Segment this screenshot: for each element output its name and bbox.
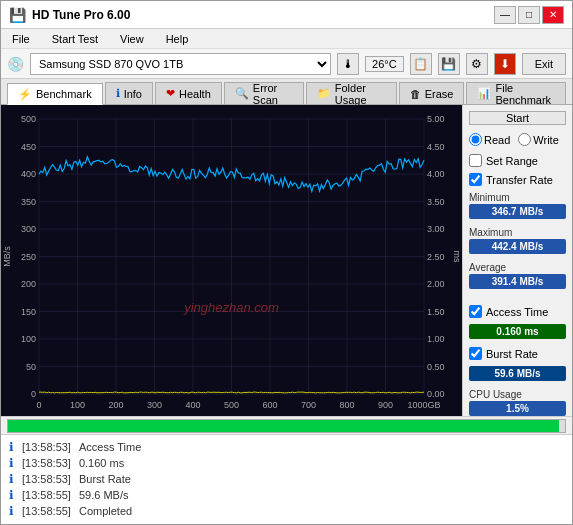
main-content: Start Read Write Set Range Transfer Rate <box>1 105 572 416</box>
burst-rate-row: Burst Rate <box>469 347 566 360</box>
toolbar-icon-4[interactable]: ⚙ <box>466 53 488 75</box>
read-radio-label[interactable]: Read <box>469 133 510 146</box>
tab-file-benchmark-icon: 📊 <box>477 87 491 100</box>
toolbar: 💿 Samsung SSD 870 QVO 1TB 🌡 26°C 📋 💾 ⚙ ⬇… <box>1 49 572 79</box>
toolbar-icon-3[interactable]: 💾 <box>438 53 460 75</box>
log-entry: ℹ [13:58:53] Access Time <box>9 439 564 455</box>
burst-rate-label: Burst Rate <box>486 348 538 360</box>
tab-benchmark-label: Benchmark <box>36 88 92 100</box>
toolbar-icon-1[interactable]: 🌡 <box>337 53 359 75</box>
average-section: Average 391.4 MB/s <box>469 262 566 289</box>
transfer-rate-row: Transfer Rate <box>469 173 566 186</box>
write-radio-label[interactable]: Write <box>518 133 558 146</box>
log-icon: ℹ <box>9 455 14 471</box>
progress-bar-inner <box>8 420 559 432</box>
tab-health-label: Health <box>179 88 211 100</box>
menu-file[interactable]: File <box>9 32 33 46</box>
average-label: Average <box>469 262 566 273</box>
tab-error-scan[interactable]: 🔍 Error Scan <box>224 82 304 104</box>
minimize-button[interactable]: — <box>494 6 516 24</box>
log-entry: ℹ [13:58:53] 0.160 ms <box>9 455 564 471</box>
set-range-checkbox[interactable] <box>469 154 482 167</box>
log-time: [13:58:53] <box>22 439 71 455</box>
maximize-button[interactable]: □ <box>518 6 540 24</box>
title-bar-controls: — □ ✕ <box>494 6 564 24</box>
maximum-section: Maximum 442.4 MB/s <box>469 227 566 254</box>
log-time: [13:58:53] <box>22 471 71 487</box>
tab-file-benchmark[interactable]: 📊 File Benchmark <box>466 82 566 104</box>
log-text: 0.160 ms <box>79 455 124 471</box>
tab-folder-usage-label: Folder Usage <box>335 82 386 106</box>
tabs-bar: ⚡ Benchmark ℹ Info ❤ Health 🔍 Error Scan… <box>1 79 572 105</box>
drive-icon: 💿 <box>7 56 24 72</box>
log-text: Completed <box>79 503 132 519</box>
log-text: Burst Rate <box>79 471 131 487</box>
menu-view[interactable]: View <box>117 32 147 46</box>
tab-health-icon: ❤ <box>166 87 175 100</box>
tab-erase-label: Erase <box>425 88 454 100</box>
access-time-checkbox[interactable] <box>469 305 482 318</box>
exit-button[interactable]: Exit <box>522 53 566 75</box>
app-title: HD Tune Pro 6.00 <box>32 8 130 22</box>
minimum-section: Minimum 346.7 MB/s <box>469 192 566 219</box>
log-icon: ℹ <box>9 471 14 487</box>
toolbar-icon-5[interactable]: ⬇ <box>494 53 516 75</box>
access-time-row: Access Time <box>469 305 566 318</box>
access-time-value: 0.160 ms <box>469 324 566 339</box>
log-time: [13:58:55] <box>22 487 71 503</box>
app-icon: 💾 <box>9 7 26 23</box>
write-radio[interactable] <box>518 133 531 146</box>
log-time: [13:58:55] <box>22 503 71 519</box>
burst-rate-checkbox[interactable] <box>469 347 482 360</box>
maximum-label: Maximum <box>469 227 566 238</box>
log-text: 59.6 MB/s <box>79 487 129 503</box>
set-range-row: Set Range <box>469 154 566 167</box>
cpu-usage-label: CPU Usage <box>469 389 566 400</box>
tab-info-label: Info <box>124 88 142 100</box>
tab-health[interactable]: ❤ Health <box>155 82 222 104</box>
drive-select[interactable]: Samsung SSD 870 QVO 1TB <box>30 53 331 75</box>
menu-help[interactable]: Help <box>163 32 192 46</box>
read-radio[interactable] <box>469 133 482 146</box>
log-area: ℹ [13:58:53] Access Timeℹ [13:58:53] 0.1… <box>1 434 572 524</box>
write-label: Write <box>533 134 558 146</box>
tab-info-icon: ℹ <box>116 87 120 100</box>
tab-benchmark-icon: ⚡ <box>18 88 32 101</box>
temperature-value: 26°C <box>372 58 397 70</box>
tab-benchmark[interactable]: ⚡ Benchmark <box>7 83 103 105</box>
tab-info[interactable]: ℹ Info <box>105 82 153 104</box>
read-write-radio: Read Write <box>469 133 566 146</box>
burst-rate-value: 59.6 MB/s <box>469 366 566 381</box>
start-button[interactable]: Start <box>469 111 566 125</box>
progress-bar-outer <box>7 419 566 433</box>
tab-error-scan-icon: 🔍 <box>235 87 249 100</box>
cpu-usage-section: CPU Usage 1.5% <box>469 389 566 416</box>
main-window: 💾 HD Tune Pro 6.00 — □ ✕ File Start Test… <box>0 0 573 525</box>
tab-file-benchmark-label: File Benchmark <box>495 82 555 106</box>
transfer-rate-checkbox[interactable] <box>469 173 482 186</box>
cpu-usage-value: 1.5% <box>469 401 566 416</box>
minimum-value: 346.7 MB/s <box>469 204 566 219</box>
menu-start-test[interactable]: Start Test <box>49 32 101 46</box>
log-icon: ℹ <box>9 439 14 455</box>
temperature-badge: 26°C <box>365 56 404 72</box>
title-bar: 💾 HD Tune Pro 6.00 — □ ✕ <box>1 1 572 29</box>
log-entry: ℹ [13:58:53] Burst Rate <box>9 471 564 487</box>
tab-erase[interactable]: 🗑 Erase <box>399 82 465 104</box>
right-panel: Start Read Write Set Range Transfer Rate <box>462 105 572 416</box>
log-entry: ℹ [13:58:55] 59.6 MB/s <box>9 487 564 503</box>
close-button[interactable]: ✕ <box>542 6 564 24</box>
log-entry: ℹ [13:58:55] Completed <box>9 503 564 519</box>
tab-folder-usage-icon: 📁 <box>317 87 331 100</box>
read-label: Read <box>484 134 510 146</box>
progress-area <box>1 416 572 434</box>
benchmark-chart <box>1 105 462 416</box>
toolbar-icon-2[interactable]: 📋 <box>410 53 432 75</box>
log-time: [13:58:53] <box>22 455 71 471</box>
minimum-label: Minimum <box>469 192 566 203</box>
tab-folder-usage[interactable]: 📁 Folder Usage <box>306 82 397 104</box>
chart-area <box>1 105 462 416</box>
tab-error-scan-label: Error Scan <box>253 82 293 106</box>
transfer-rate-label: Transfer Rate <box>486 174 553 186</box>
average-value: 391.4 MB/s <box>469 274 566 289</box>
